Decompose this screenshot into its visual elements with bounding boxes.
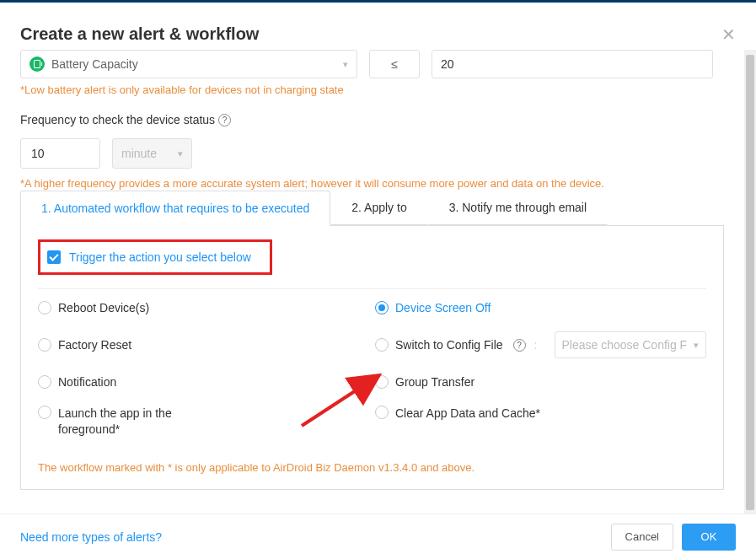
operator-value: ≤ — [391, 57, 398, 71]
modal-footer: Need more types of alerts? Cancel OK — [0, 513, 756, 559]
more-alerts-link[interactable]: Need more types of alerts? — [20, 530, 162, 544]
radio-label: Clear App Data and Cache* — [395, 406, 540, 422]
operator-select[interactable]: ≤ — [369, 50, 420, 78]
radio-label: Notification — [58, 375, 116, 389]
trigger-highlight-box: Trigger the action you select below — [38, 239, 272, 275]
radio-label: Device Screen Off — [395, 301, 491, 314]
radio-group-transfer[interactable]: Group Transfer — [375, 375, 706, 389]
radio-icon — [38, 301, 51, 314]
frequency-unit-select[interactable]: minute ▾ — [112, 138, 192, 169]
radio-icon — [375, 406, 389, 419]
radio-label: Reboot Device(s) — [58, 301, 149, 314]
radio-label: Launch the app in the foreground* — [58, 406, 210, 438]
radio-label: Group Transfer — [395, 375, 475, 389]
chevron-down-icon: ▾ — [178, 148, 183, 159]
battery-icon — [29, 56, 45, 72]
radio-label: Switch to Config File — [395, 338, 503, 352]
config-file-select[interactable]: Please choose Config F ▾ — [555, 331, 706, 358]
divider — [38, 288, 706, 289]
radio-launch-app[interactable]: Launch the app in the foreground* — [38, 406, 367, 438]
alert-type-label: Battery Capacity — [51, 57, 138, 71]
radio-factory-reset[interactable]: Factory Reset — [38, 331, 367, 358]
radio-icon — [38, 406, 51, 419]
frequency-input[interactable]: 10 — [20, 138, 100, 169]
radio-icon — [375, 301, 389, 314]
threshold-value: 20 — [441, 57, 454, 71]
help-icon[interactable]: ? — [218, 114, 231, 126]
radio-notification[interactable]: Notification — [38, 375, 367, 389]
radio-icon — [38, 338, 51, 352]
ok-button[interactable]: OK — [682, 524, 736, 551]
chevron-down-icon: ▾ — [694, 340, 699, 351]
help-icon[interactable]: ? — [513, 339, 526, 352]
frequency-hint: *A higher frequency provides a more accu… — [20, 177, 724, 190]
cancel-button[interactable]: Cancel — [611, 524, 673, 551]
alert-type-select[interactable]: Battery Capacity ▾ — [20, 50, 357, 78]
tab-workflow[interactable]: 1. Automated workflow that requires to b… — [20, 191, 330, 226]
config-placeholder: Please choose Config F — [562, 338, 688, 352]
radio-icon — [375, 338, 389, 352]
threshold-input[interactable]: 20 — [432, 50, 713, 78]
tab-apply-to[interactable]: 2. Apply to — [330, 190, 427, 225]
scrollbar-thumb[interactable] — [746, 55, 754, 510]
radio-screen-off[interactable]: Device Screen Off — [375, 301, 706, 314]
battery-hint: *Low battery alert is only available for… — [20, 83, 724, 96]
modal-body: Battery Capacity ▾ ≤ 20 *Low battery ale… — [0, 50, 744, 513]
tab-notify-email[interactable]: 3. Notify me through email — [428, 190, 608, 225]
radio-icon — [38, 375, 51, 389]
radio-icon — [375, 375, 389, 389]
trigger-label: Trigger the action you select below — [69, 250, 251, 264]
frequency-unit-label: minute — [121, 147, 157, 160]
chevron-down-icon: ▾ — [343, 59, 348, 70]
radio-label: Factory Reset — [58, 338, 131, 352]
close-icon[interactable]: ✕ — [721, 26, 736, 43]
modal-title: Create a new alert & workflow — [0, 3, 756, 56]
workflow-footnote: The workflow marked with * is only appli… — [38, 461, 706, 474]
workflow-panel: Trigger the action you select below Rebo… — [20, 226, 724, 490]
frequency-value: 10 — [31, 147, 45, 160]
frequency-label: Frequency to check the device status — [20, 113, 215, 126]
scrollbar-track[interactable] — [744, 50, 756, 513]
radio-switch-config[interactable]: Switch to Config File ? : Please choose … — [375, 331, 706, 358]
radio-clear-cache[interactable]: Clear App Data and Cache* — [375, 406, 706, 438]
trigger-checkbox[interactable] — [47, 250, 61, 264]
radio-reboot[interactable]: Reboot Device(s) — [38, 301, 367, 314]
